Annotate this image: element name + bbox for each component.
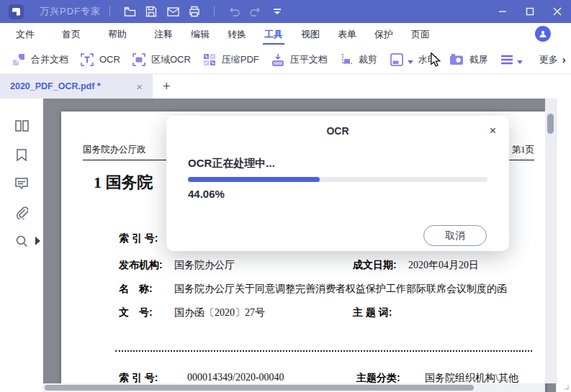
menu-convert[interactable]: 转换 bbox=[226, 24, 248, 45]
ocr-button[interactable]: OCR bbox=[80, 53, 120, 67]
ocr-progress-bar bbox=[188, 177, 487, 182]
dotted-divider bbox=[115, 350, 532, 352]
cancel-button[interactable]: 取消 bbox=[423, 225, 487, 246]
field-value: 国办函〔2020〕27号 bbox=[174, 306, 265, 319]
field-label: 文 号: bbox=[119, 306, 153, 319]
ocr-progress-fill bbox=[188, 177, 320, 182]
bookmark-icon[interactable] bbox=[0, 140, 43, 169]
tool-label: 区域OCR bbox=[151, 53, 191, 66]
app-title: 万兴PDF专家 bbox=[40, 5, 101, 18]
more-tools-menu-button[interactable] bbox=[500, 54, 523, 65]
attachment-icon[interactable] bbox=[0, 198, 43, 227]
field-label: 名 称: bbox=[119, 283, 153, 296]
open-folder-icon[interactable] bbox=[119, 3, 140, 20]
mouse-cursor-icon bbox=[430, 53, 443, 67]
menu-tools[interactable]: 工具 bbox=[263, 24, 284, 45]
expand-chevron-icon[interactable]: › bbox=[562, 53, 566, 65]
field-label: 发布机构: bbox=[119, 259, 163, 272]
tool-label: 裁剪 bbox=[359, 53, 377, 66]
tool-label: 合并文档 bbox=[31, 53, 68, 66]
flatten-document-button[interactable]: 压平文档 bbox=[271, 53, 328, 67]
tab-title: 2020_PDF_OCR.pdf * bbox=[10, 81, 133, 91]
save-icon[interactable] bbox=[140, 3, 162, 20]
menu-comment[interactable]: 注释 bbox=[153, 24, 174, 45]
quick-toolbar-dropdown-icon[interactable] bbox=[266, 3, 288, 20]
watermark-dropdown-icon[interactable] bbox=[408, 60, 413, 64]
tab-close-icon[interactable]: × bbox=[133, 81, 145, 93]
document-heading: 1 国务院 bbox=[94, 172, 153, 193]
pdf-application-window: 万兴PDF专家 bbox=[0, 0, 571, 392]
more-button[interactable]: 更多 › bbox=[534, 53, 566, 66]
horizontal-scrollbar-thumb[interactable] bbox=[45, 385, 474, 391]
right-edge-panel bbox=[556, 99, 571, 392]
page-header-left: 国务院办公厅政 bbox=[83, 144, 146, 156]
field-value: 000014349/2020-00040 bbox=[187, 372, 284, 383]
divider bbox=[109, 6, 110, 17]
redo-icon[interactable] bbox=[245, 3, 266, 20]
undo-icon[interactable] bbox=[223, 3, 245, 20]
app-logo-icon bbox=[9, 4, 24, 19]
vertical-scrollbar-thumb[interactable] bbox=[547, 114, 554, 134]
menu-help[interactable]: 帮助 bbox=[107, 24, 128, 45]
crop-button[interactable]: 裁剪 bbox=[339, 53, 377, 67]
tool-label: 压缩PDF bbox=[222, 53, 259, 66]
thumbnails-icon[interactable] bbox=[0, 111, 43, 140]
field-value: 2020年04月20日 bbox=[408, 259, 479, 272]
tabbar: 2020_PDF_OCR.pdf * × + bbox=[0, 74, 571, 99]
tool-label: OCR bbox=[99, 54, 120, 65]
ocr-progress-percent: 44.06% bbox=[188, 188, 225, 200]
panel-expand-handle-icon[interactable] bbox=[35, 237, 40, 245]
field-label: 索 引 号: bbox=[119, 232, 158, 245]
field-value: 国务院办公厅关于同意调整完善消费者权益保护工作部际联席会议制度的函 bbox=[174, 283, 507, 296]
ocr-status-text: OCR正在处理中... bbox=[188, 157, 275, 170]
ocr-dialog: OCR × OCR正在处理中... 44.06% 取消 bbox=[166, 116, 509, 251]
print-icon[interactable] bbox=[184, 3, 205, 20]
menu-edit[interactable]: 编辑 bbox=[189, 24, 211, 45]
resize-grip-icon[interactable] bbox=[563, 384, 569, 390]
minimize-button[interactable] bbox=[489, 0, 516, 23]
more-tools-dropdown-icon[interactable] bbox=[517, 60, 523, 64]
screenshot-button[interactable]: 截屏 bbox=[449, 53, 488, 66]
new-tab-button[interactable]: + bbox=[153, 74, 571, 99]
menu-form[interactable]: 表单 bbox=[336, 24, 358, 45]
field-label: 成文日期: bbox=[353, 259, 397, 272]
menu-file[interactable]: 文件 bbox=[14, 24, 36, 45]
left-sidebar bbox=[0, 99, 43, 392]
divider bbox=[214, 6, 215, 17]
menubar: 文件 首页 帮助 注释 编辑 转换 工具 视图 表单 保护 页面 bbox=[0, 23, 571, 45]
tool-label: 更多 bbox=[539, 53, 558, 66]
menu-view[interactable]: 视图 bbox=[300, 24, 321, 45]
comment-icon[interactable] bbox=[0, 169, 43, 198]
dialog-title: OCR bbox=[166, 125, 509, 137]
vertical-scrollbar[interactable] bbox=[545, 99, 556, 383]
email-icon[interactable] bbox=[162, 3, 184, 20]
dialog-close-icon[interactable]: × bbox=[487, 123, 499, 139]
tool-label: 压平文档 bbox=[290, 53, 328, 66]
titlebar: 万兴PDF专家 bbox=[0, 0, 571, 23]
user-avatar[interactable] bbox=[535, 26, 551, 42]
document-tab[interactable]: 2020_PDF_OCR.pdf * × bbox=[0, 74, 153, 99]
toolbar: 合并文档 OCR 区域OCR 压缩PDF 压平文档 裁剪 水印 bbox=[0, 45, 571, 74]
field-value: 国务院办公厅 bbox=[174, 259, 235, 272]
compress-pdf-button[interactable]: 压缩PDF bbox=[202, 53, 259, 67]
page-header-right: 第1页 bbox=[512, 144, 534, 156]
menu-home[interactable]: 首页 bbox=[60, 24, 82, 45]
horizontal-scrollbar[interactable] bbox=[43, 383, 545, 392]
region-ocr-button[interactable]: 区域OCR bbox=[132, 53, 191, 67]
close-button[interactable] bbox=[544, 0, 571, 23]
merge-documents-button[interactable]: 合并文档 bbox=[12, 53, 68, 67]
menu-page[interactable]: 页面 bbox=[410, 24, 431, 45]
field-label: 主 题 词: bbox=[353, 306, 392, 319]
menu-protect[interactable]: 保护 bbox=[373, 24, 395, 45]
maximize-button[interactable] bbox=[516, 0, 544, 23]
tool-label: 截屏 bbox=[469, 53, 488, 66]
